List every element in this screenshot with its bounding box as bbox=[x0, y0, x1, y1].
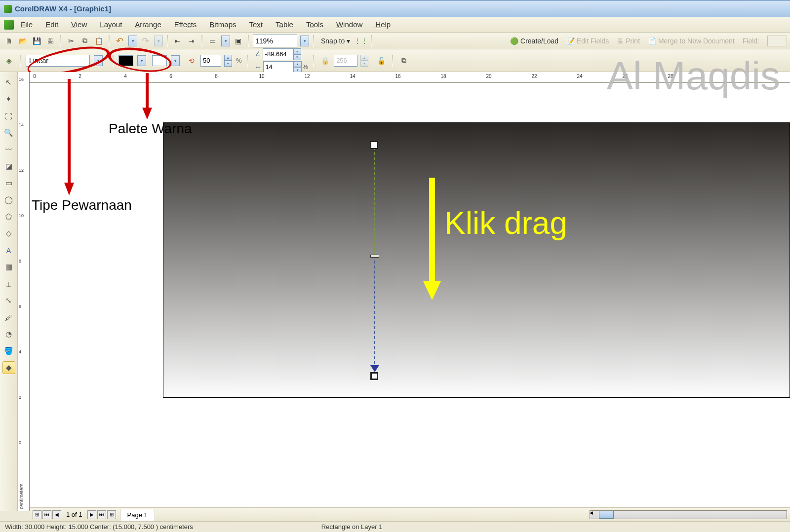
from-color-swatch[interactable] bbox=[118, 55, 133, 66]
crop-tool[interactable]: ⛶ bbox=[2, 110, 15, 122]
welcome-icon[interactable]: ▣ bbox=[232, 35, 244, 47]
last-page-button[interactable]: ⏭ bbox=[97, 510, 106, 519]
shape-tool[interactable]: ✦ bbox=[2, 93, 15, 106]
add-page-after-button[interactable]: ⊞ bbox=[107, 510, 116, 519]
from-color-dropdown[interactable]: ▾ bbox=[137, 55, 146, 66]
text-tool[interactable]: A bbox=[2, 244, 15, 257]
connector-tool[interactable]: ⤡ bbox=[2, 294, 15, 307]
eyedropper-tool[interactable]: 🖊 bbox=[2, 311, 15, 324]
pct-label2: % bbox=[303, 63, 309, 71]
watermark-text: Al Maqdis bbox=[607, 53, 780, 99]
page-counter: 1 of 1 bbox=[66, 511, 82, 518]
midpoint-spinner[interactable]: ▴▾ bbox=[224, 55, 232, 67]
angle-input[interactable]: -89.664 bbox=[263, 48, 293, 60]
menu-file[interactable]: File bbox=[21, 20, 33, 29]
table-tool[interactable]: ▦ bbox=[2, 261, 15, 273]
to-color-swatch[interactable] bbox=[152, 55, 167, 66]
prev-page-button[interactable]: ◀ bbox=[52, 510, 61, 519]
steps-lock-icon: 🔒 bbox=[319, 55, 331, 67]
copy-icon[interactable]: ⧉ bbox=[79, 35, 91, 47]
menu-edit[interactable]: Edit bbox=[45, 20, 58, 29]
field-input bbox=[767, 36, 787, 46]
freehand-tool[interactable]: 〰 bbox=[2, 143, 15, 156]
gradient-start-handle[interactable] bbox=[370, 141, 378, 149]
open-icon[interactable]: 📂 bbox=[17, 35, 29, 47]
lock-icon[interactable]: 🔓 bbox=[375, 55, 387, 67]
menu-view[interactable]: View bbox=[71, 20, 87, 29]
annotation-red-arrow-palette bbox=[141, 73, 153, 120]
undo-icon[interactable]: ↶ bbox=[114, 35, 125, 47]
zoom-dropdown[interactable]: ▾ bbox=[300, 36, 309, 46]
midpoint-slider-icon[interactable]: ⟲ bbox=[186, 55, 198, 67]
edgepad-spinner[interactable]: ▴▾ bbox=[294, 61, 302, 73]
menu-text[interactable]: Text bbox=[249, 20, 263, 29]
redo-icon[interactable]: ↷ bbox=[139, 35, 151, 47]
to-color-dropdown[interactable]: ▾ bbox=[171, 55, 180, 66]
paste-icon[interactable]: 📋 bbox=[93, 35, 105, 47]
gradient-end-handle[interactable] bbox=[370, 372, 378, 380]
rectangle-tool[interactable]: ▭ bbox=[2, 177, 15, 190]
gradient-line-lower bbox=[374, 261, 375, 369]
edgepad-input[interactable]: 14 bbox=[263, 61, 294, 73]
new-doc-icon[interactable]: 🗎 bbox=[3, 35, 15, 47]
dimension-tool[interactable]: ⟂ bbox=[2, 277, 15, 290]
horizontal-scrollbar[interactable]: ◀ bbox=[590, 510, 787, 519]
menu-bitmaps[interactable]: Bitmaps bbox=[209, 20, 236, 29]
statusbar: Width: 30.000 Height: 15.000 Center: (15… bbox=[0, 521, 790, 532]
canvas[interactable] bbox=[30, 83, 790, 511]
edit-fill-icon[interactable]: ◈ bbox=[3, 55, 15, 67]
corel-icon bbox=[4, 20, 14, 30]
angle-spinner[interactable]: ▴▾ bbox=[293, 48, 301, 60]
steps-spinner: ▴▾ bbox=[360, 55, 368, 67]
add-page-before-button[interactable]: ⊞ bbox=[33, 510, 41, 519]
vertical-ruler[interactable]: 16 14 12 10 8 6 4 2 0 centimeters bbox=[18, 72, 30, 511]
window-titlebar: CorelDRAW X4 - [Graphic1] bbox=[0, 0, 790, 17]
options-icon[interactable]: ⋮⋮ bbox=[355, 35, 367, 47]
edit-fields-button: 📝 Edit Fields bbox=[566, 37, 609, 45]
app-launcher-icon[interactable]: ▭ bbox=[206, 35, 218, 47]
zoom-tool[interactable]: 🔍 bbox=[2, 126, 15, 139]
smart-fill-tool[interactable]: ◪ bbox=[2, 160, 15, 173]
zoom-level-input[interactable]: 119% bbox=[253, 35, 297, 47]
fill-type-arrow[interactable]: ▾ bbox=[94, 55, 103, 66]
redo-dropdown: ▾ bbox=[154, 36, 163, 46]
page-tab-1[interactable]: Page 1 bbox=[120, 509, 155, 521]
app-launcher-dropdown[interactable]: ▾ bbox=[221, 36, 230, 46]
toolbox: ↖ ✦ ⛶ 🔍 〰 ◪ ▭ ◯ ⬠ ◇ A ▦ ⟂ ⤡ 🖊 ◔ 🪣 ◆ bbox=[0, 72, 18, 511]
create-load-button[interactable]: 🟢 Create/Load bbox=[510, 37, 558, 45]
pick-tool[interactable]: ↖ bbox=[2, 76, 15, 89]
gradient-rectangle[interactable] bbox=[163, 122, 790, 398]
fill-type-dropdown[interactable]: Linear bbox=[26, 55, 90, 67]
menu-help[interactable]: Help bbox=[375, 20, 391, 29]
field-label: Field: bbox=[743, 37, 759, 45]
snapto-label[interactable]: Snap to ▾ bbox=[321, 37, 350, 45]
gradient-mid-handle[interactable] bbox=[370, 255, 379, 258]
first-page-button[interactable]: ⏮ bbox=[42, 510, 51, 519]
gradient-line-upper bbox=[374, 147, 375, 256]
status-dimensions: Width: 30.000 Height: 15.000 Center: (15… bbox=[5, 523, 193, 531]
menu-window[interactable]: Window bbox=[336, 20, 362, 29]
print-icon[interactable]: 🖶 bbox=[44, 35, 56, 47]
basic-shapes-tool[interactable]: ◇ bbox=[2, 227, 15, 240]
standard-toolbar: 🗎 📂 💾 🖶 ✂ ⧉ 📋 ↶ ▾ ↷ ▾ ⇤ ⇥ ▭ ▾ ▣ 119% ▾ S… bbox=[0, 33, 790, 49]
next-page-button[interactable]: ▶ bbox=[87, 510, 96, 519]
copy-fill-icon[interactable]: ⧉ bbox=[398, 55, 410, 67]
menu-table[interactable]: Table bbox=[276, 20, 293, 29]
ellipse-tool[interactable]: ◯ bbox=[2, 193, 15, 206]
midpoint-input[interactable]: 50 bbox=[200, 55, 221, 67]
interactive-fill-tool[interactable]: ◆ bbox=[2, 361, 15, 374]
import-icon[interactable]: ⇤ bbox=[172, 35, 184, 47]
menu-layout[interactable]: Layout bbox=[100, 20, 122, 29]
page-navigator: ⊞ ⏮ ◀ 1 of 1 ▶ ⏭ ⊞ Page 1 ◀ bbox=[30, 507, 790, 521]
undo-dropdown[interactable]: ▾ bbox=[128, 36, 137, 46]
outline-tool[interactable]: ◔ bbox=[2, 328, 15, 341]
menu-arrange[interactable]: Arrange bbox=[135, 20, 161, 29]
polygon-tool[interactable]: ⬠ bbox=[2, 210, 15, 223]
fill-tool[interactable]: 🪣 bbox=[2, 344, 15, 357]
title-text: CorelDRAW X4 - [Graphic1] bbox=[15, 4, 111, 13]
save-icon[interactable]: 💾 bbox=[31, 35, 42, 47]
menu-effects[interactable]: Effects bbox=[174, 20, 197, 29]
cut-icon[interactable]: ✂ bbox=[65, 35, 77, 47]
export-icon[interactable]: ⇥ bbox=[186, 35, 198, 47]
menu-tools[interactable]: Tools bbox=[306, 20, 323, 29]
